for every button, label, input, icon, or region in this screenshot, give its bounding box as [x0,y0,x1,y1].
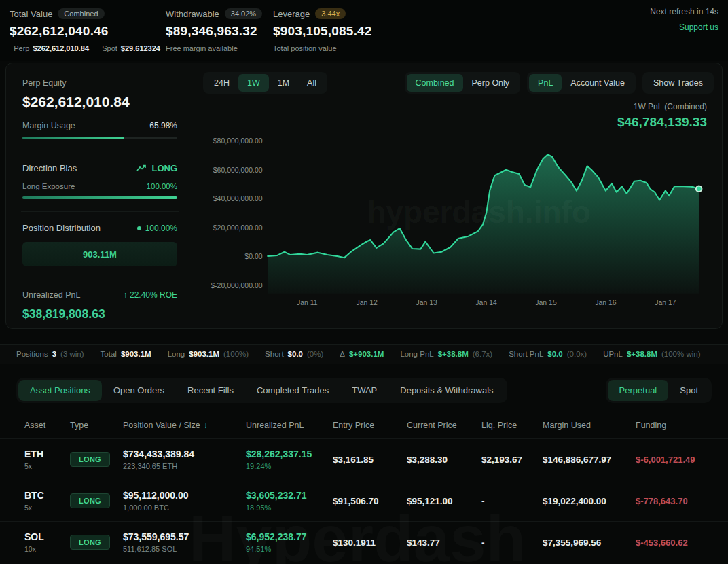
leverage-stat: Leverage 3.44x $903,105,085.42 Total pos… [273,8,450,53]
perp-equity-label: Perp Equity [22,78,177,88]
long-exposure-value: 100.00% [147,182,177,190]
y-axis-tick: $60,000,000.00 [213,166,263,174]
column-label: Current Price [407,421,457,430]
perp-dot-icon [10,46,10,50]
view-tab-pnl[interactable]: PnL [529,74,562,92]
summary-label: UPnL [603,350,623,358]
long-badge: LONG [70,535,110,550]
range-tab-1w[interactable]: 1W [238,74,269,92]
show-trades-button[interactable]: Show Trades [644,74,712,92]
column-header-unrealized-pnl[interactable]: Unrealized PnL [246,421,333,430]
funding-cell-main: $-778,643.70 [636,496,704,506]
position-value-cell-main: $734,433,389.84 [123,448,246,459]
column-header-entry-price[interactable]: Entry Price [333,421,407,430]
x-axis-tick: Jan 16 [595,299,617,306]
chart-controls: 24H1W1MAll CombinedPerp Only PnLAccount … [203,72,714,94]
x-axis-tick: Jan 14 [475,299,497,306]
summary-extra: (0.0x) [567,350,587,358]
position-row-sol[interactable]: SOL10xLONG$73,559,695.57511,612.85 SOL$6… [0,521,728,563]
chart-pnl-label: 1W PnL (Combined) [203,102,707,111]
column-header-current-price[interactable]: Current Price [407,421,481,430]
summary-label: Long PnL [400,350,433,358]
range-tab-all[interactable]: All [298,74,325,92]
entry-price-cell-main: $130.1911 [333,537,407,548]
unrealized-pnl-label: Unrealized PnL [22,290,80,300]
tab-twap[interactable]: TWAP [340,380,388,401]
position-row-eth[interactable]: ETH5xLONG$734,433,389.84223,340.65 ETH$2… [0,438,728,480]
tab-recent-fills[interactable]: Recent Fills [176,380,245,401]
column-header-asset[interactable]: Asset [24,421,70,430]
column-label: Unrealized PnL [246,421,304,430]
summary-label: Long [168,350,185,358]
long-badge: LONG [70,493,110,508]
withdrawable-value: $89,346,963.32 [166,24,273,39]
unrealized-pnl-cell-main: $6,952,238.77 [246,531,333,542]
unrealized-pnl-value: $38,819,808.63 [22,307,177,321]
withdrawable-stat: Withdrawable 34.02% $89,346,963.32 Free … [166,8,273,53]
sort-desc-icon: ↓ [204,421,208,430]
top-stats-bar: Total Value Combined $262,612,040.46 Per… [0,0,728,61]
x-axis-tick: Jan 11 [297,299,318,306]
asset-cell-main: SOL [24,531,70,542]
summary-extra: (100%) [223,350,249,358]
asset-cell: SOL10x [24,531,70,553]
view-tab-account-value[interactable]: Account Value [562,74,634,92]
range-tab-24h[interactable]: 24H [205,74,238,92]
total-value-label: Total Value [10,9,52,19]
column-header-funding[interactable]: Funding [636,421,704,430]
position-distribution-box[interactable]: 903.11M [22,242,177,266]
column-header-margin-used[interactable]: Margin Used [543,421,636,430]
tab-completed-trades[interactable]: Completed Trades [245,380,340,401]
withdrawable-label: Withdrawable [166,9,219,19]
leverage-badge: 3.44x [315,8,346,19]
mode-tab-perp-only[interactable]: Perp Only [463,74,519,92]
portfolio-left-panel: Perp Equity $262,612,010.84 Margin Usage… [6,63,194,328]
unrealized-pnl-cell-sub: 94.51% [246,545,333,553]
distribution-dot-icon [137,226,141,230]
position-row-btc[interactable]: BTC5xLONG$95,112,000.001,000.00 BTC$3,60… [0,480,728,521]
summary-extra: (3 win) [60,350,84,358]
withdrawable-pct-badge: 34.02% [225,8,262,19]
x-axis-tick: Jan 12 [356,299,378,306]
support-us-link[interactable]: Support us [650,22,718,32]
spot-label: Spot [102,44,117,52]
pnl-chart-area[interactable]: hyperdash.info $80,000,000.00$60,000,000… [203,130,714,317]
liq-price-cell: $2,193.67 [481,455,543,465]
pnl-line-chart[interactable]: $80,000,000.00$60,000,000.00$40,000,000.… [203,130,714,315]
liq-price-cell-main: $2,193.67 [481,455,543,465]
latest-point-marker [696,186,702,192]
liq-price-cell-main: - [481,537,543,548]
mode-tab-combined[interactable]: Combined [407,74,463,92]
column-label: Liq. Price [481,421,517,430]
x-axis-tick: Jan 17 [655,299,676,306]
column-header-liq-price[interactable]: Liq. Price [481,421,543,430]
tab-asset-positions[interactable]: Asset Positions [18,380,102,401]
unrealized-pnl-cell-main: $28,262,337.15 [246,448,333,459]
funding-cell-main: $-453,660.62 [636,537,704,548]
funding-cell: $-453,660.62 [636,537,704,548]
column-label: Position Value / Size [123,421,200,430]
summary-item-long-pnl: Long PnL$+38.8M(6.7x) [400,350,492,358]
entry-price-cell: $91,506.70 [333,496,407,506]
combined-badge[interactable]: Combined [58,8,104,19]
tab-open-orders[interactable]: Open Orders [102,380,176,401]
y-axis-tick: $80,000,000.00 [213,137,263,145]
funding-cell: $-778,643.70 [636,496,704,506]
y-axis-tick: $40,000,000.00 [213,195,263,202]
margin-used-cell-main: $19,022,400.00 [543,496,636,506]
funding-cell: $-6,001,721.49 [636,455,704,465]
summary-value: $903.1M [121,350,151,358]
long-exposure-label: Long Exposure [22,182,75,190]
summary-label: Short PnL [509,350,543,358]
liq-price-cell-main: - [481,496,543,506]
margin-usage-value: 65.98% [149,121,177,130]
summary-value: $+903.1M [349,350,384,358]
market-tab-spot[interactable]: Spot [668,380,710,401]
asset-cell: BTC5x [24,490,70,512]
column-header-type[interactable]: Type [70,421,123,430]
tab-deposits-withdrawals[interactable]: Deposits & Withdrawals [388,380,505,401]
column-header-position-value-size[interactable]: Position Value / Size↓ [123,421,246,430]
market-tab-perpetual[interactable]: Perpetual [608,380,669,401]
range-tab-1m[interactable]: 1M [269,74,298,92]
long-exposure-bar [22,196,177,199]
